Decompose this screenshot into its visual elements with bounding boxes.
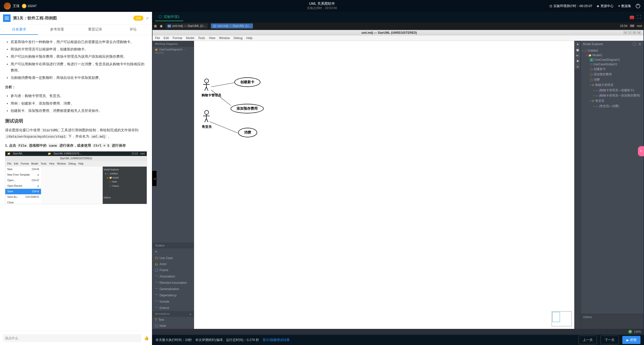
feedback-badge[interactable]: ✎ (638, 146, 644, 156)
tree-untitled[interactable]: ▾⬚Untitled (582, 48, 642, 53)
move-icon[interactable]: ✥ (575, 58, 580, 64)
menu-file[interactable]: File (155, 36, 160, 40)
tree-link1[interactable]: ▸—(购物卡管理员—创建新卡) (582, 88, 642, 93)
fullscreen-icon[interactable]: ⛶ (637, 15, 641, 20)
window-titlebar: uml.mdj — StarUML (UNREGISTERED) + - □ × (153, 30, 643, 36)
tree-link3[interactable]: ▸—(售货员—消费) (582, 104, 642, 109)
md-icon[interactable]: M↓ (575, 53, 580, 58)
diagram-icon: ▣ (155, 48, 158, 51)
tab-comments[interactable]: 评论 (114, 25, 152, 35)
tab-requirements[interactable]: 任务要求 (0, 25, 38, 35)
test-p1: 请在图形化窗口中使用 StartUML 工具进行用例图的绘制，将绘制完成的文件保… (5, 127, 147, 140)
tool-dependency[interactable]: Dependency (153, 292, 194, 298)
taskbar-item-2[interactable]: uml.mdj — StarUML (U... (211, 23, 253, 28)
tree-actor2[interactable]: ▾☋售货员 (582, 98, 642, 104)
tool-directed-assoc[interactable]: Directed Association (153, 279, 194, 286)
tool-frame[interactable]: Frame (153, 267, 194, 273)
minimize-button[interactable]: - (628, 31, 632, 35)
gear-icon[interactable]: ⚙ (638, 42, 641, 46)
working-diagrams-panel: Working Diagrams ▣ UseCaseDiagram1 — Mod… (153, 41, 194, 329)
annotations-header[interactable]: Annotations▴ (153, 311, 194, 317)
toggle-results-link[interactable]: 显示/隐藏测试结果 (262, 338, 290, 342)
menu-view[interactable]: View (209, 36, 215, 40)
tool-generalization[interactable]: Generalization (153, 286, 194, 292)
puzzle-icon[interactable]: ✦ (575, 42, 580, 47)
close-button[interactable]: × (637, 31, 641, 35)
right-panel: 🖵 实验环境1 🧰 ⛶ ▦ ▣ uml.mdj — StarUML (U... … (152, 12, 644, 345)
app-body: Working Diagrams ▣ UseCaseDiagram1 — Mod… (153, 41, 643, 329)
tool-usecase[interactable]: Use Case (153, 255, 194, 261)
search-icon[interactable] (633, 42, 636, 46)
menu-tools[interactable]: Tools (198, 36, 205, 40)
toolbox-icon[interactable]: 🧰 (629, 15, 634, 20)
tree-uc1[interactable]: ◯创建新卡 (582, 67, 642, 72)
cursor-tool[interactable]: ↖ (153, 248, 194, 255)
like-button[interactable]: 👍 (144, 336, 149, 340)
ss-file-menu: NewCtrl+NNew From Template▸Open...Ctrl+O… (5, 167, 41, 204)
usecase-create-card[interactable]: 创建新卡 (234, 77, 260, 87)
terminal-icon[interactable]: ▣ (160, 24, 163, 28)
desktop-user: root (637, 24, 642, 28)
env-tab-1[interactable]: 🖵 实验环境1 (155, 13, 183, 21)
pin-button[interactable]: + (623, 31, 627, 35)
resource-center-link[interactable]: ◈ 资源中心 (597, 4, 614, 8)
desktop-time: 15:54 (620, 24, 627, 28)
keyboard-icon[interactable]: ⌨ (630, 24, 634, 28)
desktop-menu-icon[interactable]: ▦ (154, 24, 157, 28)
eval-button[interactable]: ▶评测 (622, 336, 640, 344)
next-button[interactable]: 下一关 (600, 336, 619, 344)
menu-window[interactable]: Window (219, 36, 230, 40)
tool-text[interactable]: TText (153, 317, 194, 323)
tool-association[interactable]: Association (153, 273, 194, 279)
menu-button[interactable] (3, 14, 11, 22)
usecase-consume[interactable]: 消费 (238, 128, 257, 137)
diagram-canvas[interactable]: 购物卡管理员 售货员 创建新卡 添加预存费用 消费 ↖ (194, 41, 574, 329)
minimap[interactable] (552, 311, 572, 326)
wd-item[interactable]: ▣ UseCaseDiagram1 — Model1 (153, 47, 194, 55)
tree-link2[interactable]: ▸—(购物卡管理员—添加预存费用) (582, 93, 642, 98)
toolbox-header: Toolbox (153, 242, 194, 248)
grid-icon[interactable]: ▦ (575, 47, 580, 52)
avatar[interactable] (4, 3, 11, 10)
tool-extend[interactable]: Extend (153, 305, 194, 311)
tree-actor1[interactable]: ▾☋购物卡管理员 (582, 82, 642, 88)
tool-note[interactable]: Note (153, 323, 194, 329)
zoom-level[interactable]: 130% (634, 330, 641, 333)
menu-help[interactable]: Help (246, 36, 253, 40)
main: 第1关：软件工程-用例图 100 ⤢ 任务要求 参考答案 重置记录 评论 若某商… (0, 12, 644, 345)
tree-uc2[interactable]: ◯添加预存费用 (582, 72, 642, 77)
usecase-add-prepay[interactable]: 添加预存费用 (231, 104, 264, 113)
assoc-line-3[interactable] (210, 121, 238, 133)
menu-format[interactable]: Format (173, 36, 182, 40)
actor-card-manager[interactable]: 购物卡管理员 (202, 79, 221, 98)
score-badge: 100 (133, 16, 143, 21)
power-icon[interactable] (636, 4, 640, 8)
prev-button[interactable]: 上一关 (579, 336, 597, 344)
tab-answer[interactable]: 参考答案 (38, 25, 76, 35)
tree-uc3[interactable]: ◯消费 (582, 77, 642, 82)
taskbar-item-1[interactable]: uml.mdj — StarUML (U... (166, 23, 208, 28)
tool-include[interactable]: Include (153, 298, 194, 305)
menu-edit[interactable]: Edit (164, 36, 169, 40)
dataset-link[interactable]: ≡ 数据集 (618, 4, 631, 8)
stack-icon: ≡ (618, 4, 620, 8)
menu-model[interactable]: Model (186, 36, 194, 40)
explorer-title: Model Explorer (583, 42, 603, 46)
menu-debug[interactable]: Debug (234, 36, 242, 40)
tree-ucs[interactable]: ▢UseCaseSubject1 (582, 62, 642, 67)
task-title: 第1关：软件工程-用例图 (13, 16, 131, 21)
maximize-button[interactable]: □ (632, 31, 636, 35)
expand-icon[interactable]: ⤢ (146, 16, 149, 20)
coin-badge[interactable]: ¥ 10247 (22, 4, 36, 8)
top-center: UML 关系图软件 实验总用时：00:53:56 (307, 2, 337, 10)
comment-input[interactable] (3, 334, 141, 342)
actor-salesperson[interactable]: 售货员 (202, 110, 212, 129)
share-icon[interactable]: ∝ (575, 64, 580, 69)
top-bar: 王强 ¥ 10247 UML 关系图软件 实验总用时：00:53:56 ◷ 实验… (0, 0, 644, 12)
tab-reset[interactable]: 重置记录 (76, 25, 114, 35)
collapse-handle[interactable]: ◀ (152, 171, 157, 186)
tree-model1[interactable]: ▾📁Model1 (582, 53, 642, 57)
editors-panel: Editors (581, 314, 643, 329)
tree-ucd[interactable]: ▣UseCaseDiagram1 (582, 57, 642, 62)
tool-actor[interactable]: ☋Actor (153, 261, 194, 267)
